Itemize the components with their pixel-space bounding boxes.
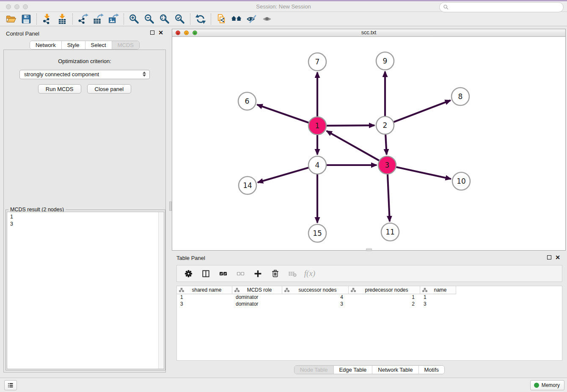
close-table-panel-icon[interactable]: ✕ <box>555 255 560 259</box>
graph-edge-2-3[interactable] <box>385 133 387 155</box>
tab-edge-table[interactable]: Edge Table <box>333 366 372 374</box>
column-header-MCDS-role[interactable]: MCDS role <box>232 286 282 294</box>
tab-network-table[interactable]: Network Table <box>372 366 418 374</box>
tab-mcds[interactable]: MCDS <box>112 41 139 49</box>
column-header-successor-nodes[interactable]: successor nodes <box>282 286 349 294</box>
zoom-fit-button[interactable] <box>157 13 172 25</box>
open-file-button[interactable] <box>3 13 19 25</box>
graph-node-label-10: 10 <box>457 177 466 185</box>
import-table-icon <box>57 14 68 25</box>
close-view-button[interactable]: x <box>176 30 180 35</box>
table-cell[interactable]: 1 <box>177 294 232 301</box>
zoom-in-icon <box>129 14 140 25</box>
mcds-result-list[interactable]: 13 <box>7 212 164 369</box>
new-network-from-selection-icon <box>216 14 227 25</box>
table-cell[interactable]: 1 <box>420 294 456 301</box>
export-network-button[interactable] <box>75 13 91 25</box>
hide-selected-icon <box>246 14 257 25</box>
export-table-button[interactable] <box>91 13 106 25</box>
show-panels-button[interactable] <box>4 380 17 390</box>
canvas-resize-grip[interactable] <box>366 248 372 251</box>
graph-edge-1-6[interactable] <box>257 105 310 123</box>
search-box[interactable] <box>439 2 564 12</box>
graph-edge-3-10[interactable] <box>395 167 451 179</box>
table-cell[interactable]: 4 <box>282 294 349 301</box>
control-panel-header-icons: ✕ <box>150 30 163 35</box>
refresh-layout-button[interactable] <box>193 13 208 25</box>
export-network-icon <box>77 14 88 25</box>
open-file-icon <box>6 14 17 25</box>
table-cell[interactable]: dominator <box>232 301 282 308</box>
node-table[interactable]: shared nameMCDS rolesuccessor nodesprede… <box>176 286 562 361</box>
zoom-out-button[interactable] <box>142 13 157 25</box>
graph-node-label-8: 8 <box>458 92 463 101</box>
table-cell[interactable]: 3 <box>282 301 349 308</box>
minimize-view-button[interactable]: − <box>184 30 189 35</box>
select-all-rows-button[interactable] <box>218 268 228 279</box>
export-image-icon <box>108 14 119 25</box>
column-sort-icon <box>351 287 356 293</box>
toolbar-separator <box>72 14 73 25</box>
tab-network[interactable]: Network <box>30 41 62 49</box>
memory-button[interactable]: Memory <box>530 380 564 390</box>
mcds-result-line: 1 <box>10 213 161 221</box>
close-panel-icon[interactable]: ✕ <box>158 30 163 35</box>
delete-column-button[interactable] <box>270 268 280 279</box>
search-input[interactable] <box>451 4 563 10</box>
import-table-button[interactable] <box>55 13 70 25</box>
maximize-view-button[interactable]: + <box>193 30 197 35</box>
optimization-criterion-select[interactable]: strongly connected component <box>19 70 150 79</box>
table-cell[interactable]: 3 <box>420 301 456 308</box>
graph-edge-1-2[interactable] <box>325 125 374 126</box>
column-header-label: successor nodes <box>289 287 348 293</box>
graph-edge-2-8[interactable] <box>393 100 451 122</box>
float-table-panel-icon[interactable] <box>547 255 551 259</box>
show-columns-button[interactable] <box>201 268 211 279</box>
close-panel-button[interactable]: Close panel <box>87 84 132 94</box>
show-all-button[interactable] <box>259 13 275 25</box>
zoom-selected-button[interactable] <box>172 13 187 25</box>
float-panel-icon[interactable] <box>150 30 154 35</box>
graph-node-label-15: 15 <box>313 229 322 237</box>
column-header-shared-name[interactable]: shared name <box>177 286 232 294</box>
column-header-name[interactable]: name <box>420 286 456 294</box>
hide-selected-button[interactable] <box>244 13 259 25</box>
table-cell[interactable]: 2 <box>349 301 420 308</box>
graph-edge-3-11[interactable] <box>388 173 390 221</box>
network-canvas[interactable]: 7968124314101511 <box>172 37 565 250</box>
first-neighbors-button[interactable] <box>229 13 244 25</box>
graph-node-label-7: 7 <box>315 58 320 66</box>
tab-node-table[interactable]: Node Table <box>295 366 334 374</box>
table-toolbar: f(x) <box>176 265 562 282</box>
new-network-from-selection-button[interactable] <box>214 13 229 25</box>
graph-node-label-1: 1 <box>315 121 320 130</box>
result-scrollbar[interactable] <box>158 212 164 369</box>
column-header-predecessor-nodes[interactable]: predecessor nodes <box>349 286 420 294</box>
mcds-panel: Optimization criterion: strongly connect… <box>3 50 166 373</box>
zoom-in-button[interactable] <box>127 13 142 25</box>
export-image-button[interactable] <box>106 13 121 25</box>
graph-node-label-11: 11 <box>385 228 395 236</box>
column-header-label: MCDS role <box>239 287 282 293</box>
column-sort-icon <box>284 287 289 293</box>
toolbar-separator <box>36 14 37 25</box>
save-session-button[interactable] <box>19 13 34 25</box>
tab-motifs[interactable]: Motifs <box>418 366 444 374</box>
table-settings-button[interactable] <box>183 268 193 279</box>
table-cell[interactable]: dominator <box>232 294 282 301</box>
tab-select[interactable]: Select <box>85 41 112 49</box>
import-network-button[interactable] <box>39 13 55 25</box>
select-all-rows-icon <box>219 269 228 278</box>
column-sort-icon <box>422 287 427 293</box>
run-mcds-button[interactable]: Run MCDS <box>38 84 81 94</box>
table-row[interactable]: 3dominator323 <box>177 301 562 308</box>
table-row[interactable]: 1dominator411 <box>177 294 562 301</box>
add-column-button[interactable] <box>253 268 263 279</box>
table-cell[interactable]: 1 <box>349 294 420 301</box>
graph-edge-3-1[interactable] <box>327 131 380 161</box>
network-window-titlebar[interactable]: x − + scc.txt <box>172 29 565 37</box>
tab-style[interactable]: Style <box>62 41 85 49</box>
table-cell[interactable]: 3 <box>177 301 232 308</box>
graph-edge-4-14[interactable] <box>258 167 310 182</box>
deselect-all-rows-button[interactable] <box>235 268 245 279</box>
